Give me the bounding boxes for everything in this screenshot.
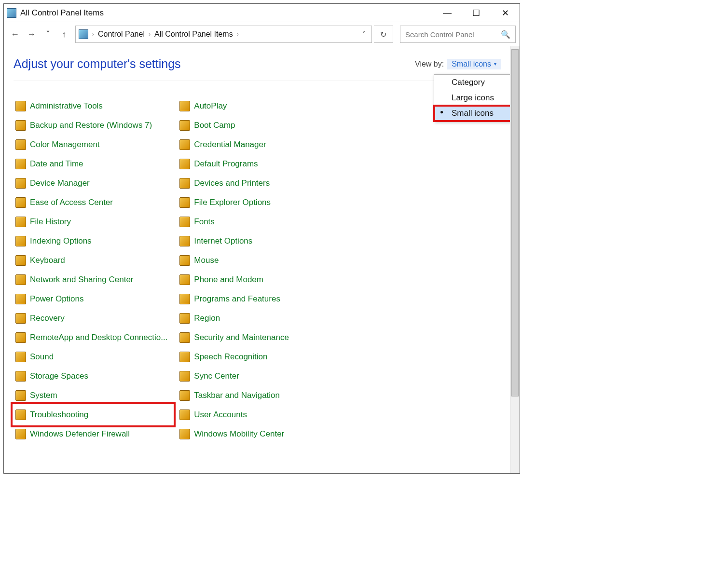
control-panel-item-icon	[15, 197, 26, 208]
control-panel-item[interactable]: Programs and Features	[178, 289, 337, 309]
control-panel-item-icon	[179, 139, 190, 150]
control-panel-item[interactable]: Default Programs	[178, 154, 337, 174]
control-panel-item[interactable]: Credential Manager	[178, 135, 337, 154]
control-panel-item-icon	[15, 409, 26, 420]
control-panel-item-icon	[179, 159, 190, 169]
control-panel-item-label: Sound	[30, 352, 54, 362]
control-panel-item-icon	[179, 294, 190, 304]
control-panel-item-icon	[179, 255, 190, 266]
control-panel-item[interactable]: File History	[14, 212, 173, 232]
control-panel-item[interactable]: Sync Center	[178, 367, 337, 386]
control-panel-item[interactable]: RemoteApp and Desktop Connectio...	[14, 328, 173, 347]
control-panel-item-label: Backup and Restore (Windows 7)	[30, 121, 152, 130]
control-panel-item[interactable]: Storage Spaces	[14, 367, 173, 386]
control-panel-item-label: Security and Maintenance	[194, 333, 289, 342]
scrollbar-thumb[interactable]	[511, 49, 519, 396]
control-panel-item-icon	[179, 390, 190, 401]
titlebar: All Control Panel Items — ☐ ✕	[4, 4, 520, 22]
control-panel-item[interactable]: Mouse	[178, 251, 337, 270]
control-panel-item-label: Indexing Options	[30, 236, 92, 246]
control-panel-item[interactable]: File Explorer Options	[178, 193, 337, 212]
control-panel-item-label: Region	[194, 314, 220, 323]
view-by-option-large-icons[interactable]: Large icons	[434, 90, 510, 106]
control-panel-item-icon	[15, 274, 26, 285]
search-box[interactable]: 🔍	[400, 26, 516, 43]
close-button[interactable]: ✕	[491, 4, 520, 22]
address-dropdown-button[interactable]: ˅	[359, 30, 369, 39]
breadcrumb-control-panel[interactable]: Control Panel	[96, 29, 147, 40]
control-panel-item-label: Speech Recognition	[194, 352, 267, 362]
control-panel-item[interactable]: Administrative Tools	[14, 96, 173, 116]
view-by-option-small-icons[interactable]: Small icons	[434, 106, 510, 121]
control-panel-item[interactable]: Ease of Access Center	[14, 193, 173, 212]
refresh-button[interactable]: ↻	[374, 26, 393, 43]
control-panel-item-label: Taskbar and Navigation	[194, 391, 280, 400]
search-input[interactable]	[405, 30, 501, 39]
control-panel-item-label: Power Options	[30, 294, 84, 304]
control-panel-item[interactable]: System	[14, 386, 173, 405]
maximize-button[interactable]: ☐	[462, 4, 491, 22]
control-panel-item-label: Administrative Tools	[30, 101, 103, 111]
control-panel-item[interactable]: Windows Defender Firewall	[14, 424, 173, 444]
view-by-selected: Small icons	[452, 60, 491, 68]
control-panel-item-icon	[179, 429, 190, 439]
view-by-dropdown[interactable]: Small icons ▾	[447, 59, 501, 69]
heading-row: Adjust your computer's settings View by:…	[14, 57, 501, 81]
control-panel-item-icon	[15, 294, 26, 304]
view-by-option-category[interactable]: Category	[434, 75, 510, 90]
control-panel-item[interactable]: Devices and Printers	[178, 174, 337, 193]
control-panel-item[interactable]: Recovery	[14, 309, 173, 328]
control-panel-item[interactable]: Power Options	[14, 289, 173, 309]
control-panel-item[interactable]: Keyboard	[14, 251, 173, 270]
control-panel-item[interactable]: Phone and Modem	[178, 270, 337, 289]
control-panel-item-label: Internet Options	[194, 236, 252, 246]
control-panel-item-icon	[15, 255, 26, 266]
control-panel-item[interactable]: Date and Time	[14, 154, 173, 174]
forward-button[interactable]: →	[24, 27, 39, 41]
control-panel-item-icon	[179, 274, 190, 285]
control-panel-item[interactable]: AutoPlay	[178, 96, 337, 116]
vertical-scrollbar[interactable]	[510, 46, 520, 473]
control-panel-item[interactable]: Speech Recognition	[178, 347, 337, 367]
control-panel-item[interactable]: Fonts	[178, 212, 337, 232]
control-panel-item-label: Device Manager	[30, 178, 90, 188]
breadcrumb-sep-icon[interactable]: ›	[237, 31, 239, 38]
search-icon[interactable]: 🔍	[501, 30, 510, 39]
up-button[interactable]: ↑	[57, 27, 71, 41]
control-panel-item[interactable]: Indexing Options	[14, 232, 173, 251]
control-panel-item-icon	[15, 390, 26, 401]
control-panel-item[interactable]: Boot Camp	[178, 116, 337, 135]
control-panel-item[interactable]: Troubleshooting	[14, 405, 173, 424]
breadcrumb-sep-icon[interactable]: ›	[92, 31, 94, 38]
view-by-control: View by: Small icons ▾ Category Large ic…	[415, 59, 501, 69]
control-panel-item-label: Sync Center	[194, 371, 239, 381]
control-panel-item[interactable]: Network and Sharing Center	[14, 270, 173, 289]
minimize-button[interactable]: —	[433, 4, 462, 22]
view-by-label: View by:	[415, 60, 444, 68]
control-panel-items-grid: Administrative ToolsBackup and Restore (…	[14, 96, 501, 444]
control-panel-item-icon	[179, 352, 190, 362]
control-panel-item[interactable]: Sound	[14, 347, 173, 367]
control-panel-item[interactable]: Region	[178, 309, 337, 328]
control-panel-item-label: Fonts	[194, 217, 215, 227]
breadcrumb-all-items[interactable]: All Control Panel Items	[152, 29, 235, 40]
control-panel-item-label: Default Programs	[194, 159, 258, 169]
control-panel-item-icon	[15, 139, 26, 150]
window-app-icon	[7, 8, 16, 18]
control-panel-item[interactable]: Device Manager	[14, 174, 173, 193]
breadcrumb-sep-icon[interactable]: ›	[149, 31, 151, 38]
recent-locations-button[interactable]: ˅	[41, 27, 55, 41]
back-button[interactable]: ←	[8, 27, 22, 41]
address-bar[interactable]: › Control Panel › All Control Panel Item…	[75, 26, 372, 43]
control-panel-item[interactable]: Internet Options	[178, 232, 337, 251]
view-by-menu: Category Large icons Small icons	[434, 74, 510, 122]
control-panel-item[interactable]: User Accounts	[178, 405, 337, 424]
control-panel-item[interactable]: Security and Maintenance	[178, 328, 337, 347]
control-panel-item-label: Programs and Features	[194, 294, 280, 304]
control-panel-item[interactable]: Windows Mobility Center	[178, 424, 337, 444]
control-panel-item[interactable]: Color Management	[14, 135, 173, 154]
control-panel-item[interactable]: Taskbar and Navigation	[178, 386, 337, 405]
control-panel-item[interactable]: Backup and Restore (Windows 7)	[14, 116, 173, 135]
control-panel-item-icon	[179, 178, 190, 189]
control-panel-item-label: Windows Defender Firewall	[30, 429, 130, 439]
